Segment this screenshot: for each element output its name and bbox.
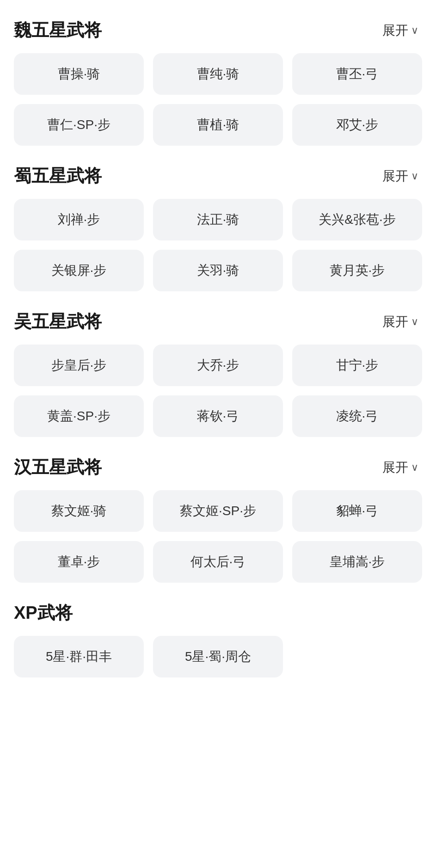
expand-label-han: 展开: [382, 459, 408, 476]
chevron-down-icon: ∨: [411, 25, 418, 37]
section-wei: 魏五星武将 展开 ∨ 曹操·骑 曹纯·骑 曹丕·弓 曹仁·SP·步 曹植·骑 邓…: [14, 18, 422, 146]
section-header-xp: XP武将: [14, 601, 422, 625]
list-item[interactable]: 黄月英·步: [292, 250, 422, 291]
list-item[interactable]: 曹丕·弓: [292, 53, 422, 95]
list-item[interactable]: 关银屏·步: [14, 250, 144, 291]
section-wu: 吴五星武将 展开 ∨ 步皇后·步 大乔·步 甘宁·步 黄盖·SP·步 蒋钦·弓 …: [14, 310, 422, 437]
list-item[interactable]: 蒋钦·弓: [153, 395, 283, 437]
grid-wu: 步皇后·步 大乔·步 甘宁·步 黄盖·SP·步 蒋钦·弓 凌统·弓: [14, 345, 422, 437]
list-item[interactable]: 法正·骑: [153, 199, 283, 240]
list-item[interactable]: 皇埔嵩·步: [292, 541, 422, 583]
chevron-down-icon: ∨: [411, 462, 418, 474]
grid-shu: 刘禅·步 法正·骑 关兴&张苞·步 关银屏·步 关羽·骑 黄月英·步: [14, 199, 422, 291]
expand-btn-shu[interactable]: 展开 ∨: [379, 166, 422, 187]
list-item[interactable]: 曹仁·SP·步: [14, 104, 144, 146]
list-item[interactable]: 蔡文姬·骑: [14, 490, 144, 532]
expand-btn-wei[interactable]: 展开 ∨: [379, 20, 422, 41]
chevron-down-icon: ∨: [411, 170, 418, 182]
expand-btn-wu[interactable]: 展开 ∨: [379, 311, 422, 332]
chevron-down-icon: ∨: [411, 316, 418, 328]
list-item[interactable]: 邓艾·步: [292, 104, 422, 146]
list-item[interactable]: 曹纯·骑: [153, 53, 283, 95]
list-item[interactable]: 5星·群·田丰: [14, 636, 144, 677]
section-header-shu: 蜀五星武将 展开 ∨: [14, 164, 422, 188]
list-item[interactable]: 曹操·骑: [14, 53, 144, 95]
expand-btn-han[interactable]: 展开 ∨: [379, 457, 422, 478]
grid-xp: 5星·群·田丰 5星·蜀·周仓: [14, 636, 422, 677]
section-han: 汉五星武将 展开 ∨ 蔡文姬·骑 蔡文姬·SP·步 貂蝉·弓 董卓·步 何太后·…: [14, 456, 422, 583]
list-item[interactable]: 曹植·骑: [153, 104, 283, 146]
expand-label-shu: 展开: [382, 167, 408, 185]
expand-label-wu: 展开: [382, 313, 408, 331]
list-item[interactable]: 步皇后·步: [14, 345, 144, 386]
list-item[interactable]: 貂蝉·弓: [292, 490, 422, 532]
list-item[interactable]: 甘宁·步: [292, 345, 422, 386]
list-item[interactable]: 蔡文姬·SP·步: [153, 490, 283, 532]
section-header-han: 汉五星武将 展开 ∨: [14, 456, 422, 479]
section-title-wu: 吴五星武将: [14, 310, 102, 333]
list-item[interactable]: 关兴&张苞·步: [292, 199, 422, 240]
section-header-wei: 魏五星武将 展开 ∨: [14, 18, 422, 42]
section-xp: XP武将 5星·群·田丰 5星·蜀·周仓: [14, 601, 422, 677]
list-item[interactable]: 5星·蜀·周仓: [153, 636, 283, 677]
section-title-han: 汉五星武将: [14, 456, 102, 479]
list-item[interactable]: 董卓·步: [14, 541, 144, 583]
list-item[interactable]: 刘禅·步: [14, 199, 144, 240]
page-content: 魏五星武将 展开 ∨ 曹操·骑 曹纯·骑 曹丕·弓 曹仁·SP·步 曹植·骑 邓…: [14, 18, 422, 677]
section-title-xp: XP武将: [14, 601, 73, 625]
list-item[interactable]: 何太后·弓: [153, 541, 283, 583]
section-header-wu: 吴五星武将 展开 ∨: [14, 310, 422, 333]
section-title-shu: 蜀五星武将: [14, 164, 102, 188]
list-item[interactable]: 凌统·弓: [292, 395, 422, 437]
expand-label-wei: 展开: [382, 22, 408, 39]
list-item[interactable]: 关羽·骑: [153, 250, 283, 291]
grid-wei: 曹操·骑 曹纯·骑 曹丕·弓 曹仁·SP·步 曹植·骑 邓艾·步: [14, 53, 422, 146]
grid-han: 蔡文姬·骑 蔡文姬·SP·步 貂蝉·弓 董卓·步 何太后·弓 皇埔嵩·步: [14, 490, 422, 583]
list-item[interactable]: 大乔·步: [153, 345, 283, 386]
section-shu: 蜀五星武将 展开 ∨ 刘禅·步 法正·骑 关兴&张苞·步 关银屏·步 关羽·骑 …: [14, 164, 422, 291]
list-item[interactable]: 黄盖·SP·步: [14, 395, 144, 437]
section-title-wei: 魏五星武将: [14, 18, 102, 42]
